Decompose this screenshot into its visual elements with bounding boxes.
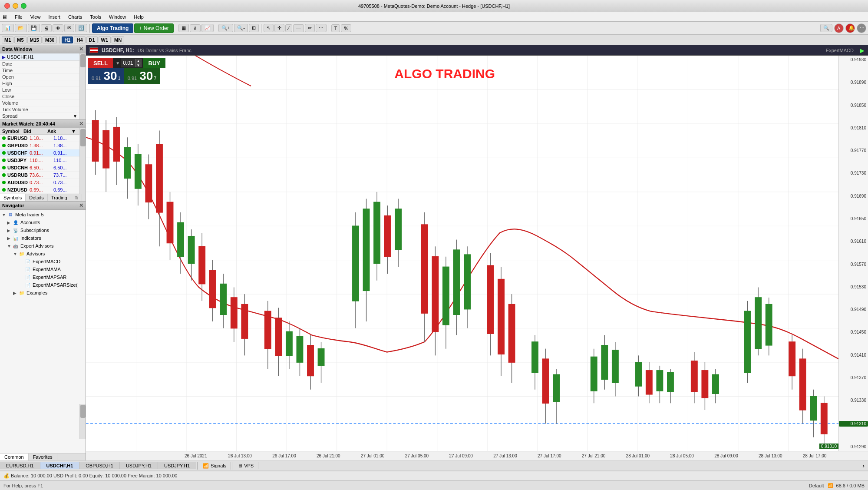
nav-item-expert-advisors[interactable]: ▼ 🤖 Expert Advisors (1, 242, 85, 250)
market-watch-close[interactable]: ✕ (79, 121, 83, 127)
mw-row-gbpusd[interactable]: GBPUSD 1.38... 1.38... (0, 142, 79, 149)
account-button[interactable]: A (834, 23, 844, 33)
menu-file[interactable]: File (11, 13, 26, 20)
mail-button[interactable]: ✉ (64, 24, 74, 32)
tf-h4[interactable]: H4 (74, 36, 85, 43)
crosshair-tool[interactable]: ✛ (274, 24, 284, 32)
nav-item-advisors-folder[interactable]: ▼ 📁 Advisors (1, 250, 85, 258)
hline-tool[interactable]: — (293, 24, 304, 32)
mw-tab-ti[interactable]: Ti (71, 194, 83, 201)
mw-tab-details[interactable]: Details (26, 194, 48, 201)
zoom-out-button[interactable]: 🔍- (234, 24, 248, 32)
nav-item-indicators[interactable]: ▶ 📊 Indicators (1, 234, 85, 242)
menu-charts[interactable]: Charts (65, 13, 86, 20)
mw-row-nzdusd[interactable]: NZDUSD 0.69... 0.69... (0, 186, 79, 194)
maximize-button[interactable] (21, 3, 26, 9)
line-tool[interactable]: ⁄ (285, 24, 292, 32)
chart-type-bar[interactable]: ▦ (178, 24, 189, 32)
menu-tools[interactable]: Tools (86, 13, 105, 20)
tf-w1[interactable]: W1 (99, 36, 111, 43)
nav-tab-favorites[interactable]: Favorites (29, 454, 57, 460)
algo-trading-button[interactable]: Algo Trading (92, 23, 133, 33)
tf-m15[interactable]: M15 (27, 36, 42, 43)
chart-expert-icon[interactable]: ▶ (860, 47, 865, 54)
chart-type-candle[interactable]: 🕯 (190, 24, 201, 32)
nav-item-accounts[interactable]: ▶ 👤 Accounts (1, 219, 85, 226)
btab-eurusd-h1[interactable]: EURUSD,H1 (0, 462, 40, 469)
chart-fit-button[interactable]: ⊞ (249, 24, 259, 32)
btab-vps[interactable]: 🖥 VPS (233, 462, 258, 469)
mw-tab-symbols[interactable]: Symbols (0, 194, 26, 201)
new-chart-button[interactable]: 📊 (2, 24, 14, 32)
data-window-close[interactable]: ✕ (79, 46, 83, 52)
nav-item-subscriptions[interactable]: ▶ 📡 Subscriptions (1, 226, 85, 234)
print-button[interactable]: 🖨 (41, 24, 52, 32)
mw-row-eurusd[interactable]: EURUSD 1.18... 1.18... (0, 135, 79, 142)
menu-insert[interactable]: Insert (45, 13, 64, 20)
tf-mn[interactable]: MN (112, 36, 124, 43)
tw-sell-button[interactable]: SELL (88, 58, 113, 68)
new-order-button[interactable]: + New Order (134, 23, 173, 33)
toolbar-separator-2 (176, 24, 176, 33)
mw-row-usdchf[interactable]: USDCHF 0.91... 0.91... (0, 149, 79, 157)
btab-usdjpy-h1-2[interactable]: USDJPY,H1 (158, 462, 196, 469)
nav-item-expertmacd[interactable]: ▶ 📄 ExpertMACD (1, 258, 85, 265)
tf-d1[interactable]: D1 (86, 36, 98, 43)
dw-scrollbar[interactable] (79, 53, 86, 119)
nav-tab-common[interactable]: Common (0, 454, 29, 460)
tf-h1[interactable]: H1 (62, 36, 73, 43)
mw-row-usdcnh[interactable]: USDCNH 6.50... 6.50... (0, 164, 79, 172)
tw-buy-sup: 7 (154, 76, 156, 81)
btab-scroll-right[interactable]: › (859, 462, 868, 469)
tw-lot-up[interactable]: ▲ (135, 59, 142, 63)
chart-type-line[interactable]: 📈 (201, 24, 214, 32)
btab-usdchf-h1[interactable]: USDCHF,H1 (40, 462, 80, 469)
tf-m30[interactable]: M30 (43, 36, 57, 43)
mw-scrollbar[interactable] (79, 128, 86, 194)
tw-lot-down[interactable]: ▼ (135, 63, 142, 67)
mw-row-audusd[interactable]: AUDUSD 0.73... 0.73... (0, 179, 79, 186)
nav-item-expertmapsarsize[interactable]: ▶ 📄 ExpertMAPSARSize( (1, 281, 85, 289)
nav-item-expertmama[interactable]: ▶ 📄 ExpertMAMA (1, 265, 85, 273)
search-button[interactable]: 🔍 (820, 24, 832, 32)
menu-extra-button[interactable]: ⋯ (857, 23, 866, 33)
account-status-text: Balance: 10 000.00 USD Profit: 0.00 Equi… (11, 473, 177, 478)
mw-tab-trading[interactable]: Trading (48, 194, 71, 201)
navigator-close[interactable]: ✕ (79, 202, 83, 209)
close-button[interactable] (4, 3, 10, 9)
calc-button[interactable]: 🔢 (75, 24, 87, 32)
mw-col-sort[interactable]: ▼ (71, 129, 77, 134)
nav-expand-ea: ▼ (7, 244, 12, 248)
btab-usdjpy-h1-1[interactable]: USDJPY,H1 (120, 462, 158, 469)
tf-m1[interactable]: M1 (2, 36, 13, 43)
text-tool[interactable]: T (331, 24, 340, 32)
tw-lot-dropdown[interactable]: ▼ (115, 61, 121, 66)
mw-row-usdjpy[interactable]: USDJPY 110.... 110.... (0, 157, 79, 164)
minimize-button[interactable] (13, 3, 18, 9)
tw-buy-price: 0.91 30 7 (124, 68, 160, 84)
dw-spread-dropdown[interactable]: ▼ (73, 114, 77, 119)
cursor-tool[interactable]: ↖ (264, 24, 274, 32)
mw-row-usdrub[interactable]: USDRUB 73.6... 73.7... (0, 172, 79, 179)
menu-window[interactable]: Window (106, 13, 129, 20)
percent-tool[interactable]: % (341, 24, 351, 32)
menu-help[interactable]: Help (130, 13, 147, 20)
save-button[interactable]: 💾 (28, 24, 40, 32)
draw-tool[interactable]: ✏ (305, 24, 315, 32)
zoom-in-button[interactable]: 🔍+ (218, 24, 233, 32)
open-button[interactable]: 📂 (15, 24, 27, 32)
btab-signals[interactable]: 📶 Signals (198, 462, 231, 470)
menu-view[interactable]: View (27, 13, 44, 20)
btab-gbpusd-h1[interactable]: GBPUSD,H1 (79, 462, 120, 469)
tf-m5[interactable]: M5 (14, 36, 26, 43)
gbpusd-dot (2, 144, 6, 147)
nav-item-expertmapsar[interactable]: ▶ 📄 ExpertMAPSAR (1, 273, 85, 281)
nav-item-metatrader5[interactable]: ▼ 🖥 MetaTrader 5 (1, 211, 85, 219)
nav-item-examples[interactable]: ▶ 📁 Examples (1, 289, 85, 297)
notifications-button[interactable]: 🔔 (845, 23, 855, 33)
print-preview-button[interactable]: 👁 (53, 24, 63, 32)
svg-rect-61 (286, 331, 292, 355)
more-tools[interactable]: ⋯ (316, 24, 327, 32)
chart-canvas[interactable]: SELL ▼ 0.01 ▲ ▼ BUY 0.9 (86, 56, 838, 451)
tw-buy-button[interactable]: BUY (143, 58, 165, 68)
